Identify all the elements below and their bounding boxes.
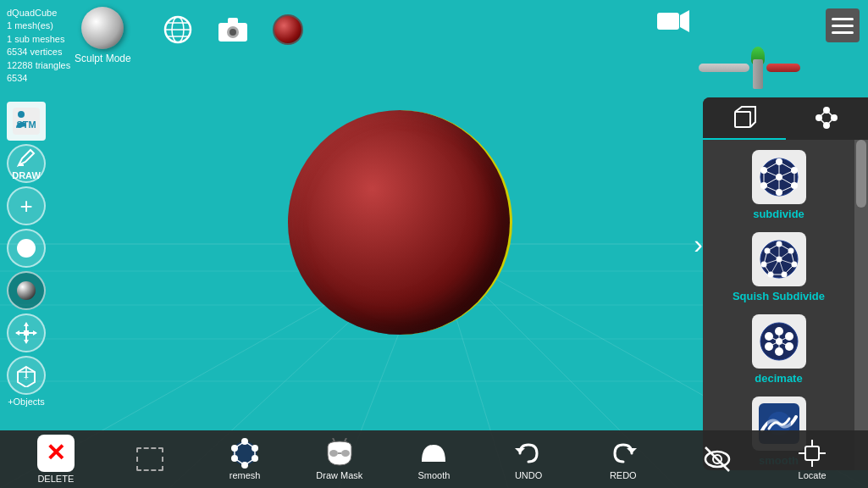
redo-label: REDO bbox=[610, 470, 637, 480]
delete-label: DELETE bbox=[37, 474, 74, 484]
redo-svg-icon bbox=[608, 438, 639, 469]
redo-tool[interactable]: REDO bbox=[594, 438, 653, 480]
bottom-toolbar: ✕ DELETE bbox=[0, 430, 868, 488]
video-camera-icon bbox=[656, 8, 690, 34]
redo-icon bbox=[608, 438, 639, 469]
globe-icon bbox=[163, 14, 193, 45]
svg-marker-32 bbox=[33, 330, 37, 336]
texture-button[interactable] bbox=[7, 271, 46, 310]
material-button[interactable] bbox=[271, 13, 305, 47]
remesh-tool[interactable]: remesh bbox=[215, 438, 274, 480]
panel-scrollbar[interactable] bbox=[854, 140, 868, 470]
draw-icon bbox=[15, 147, 37, 169]
svg-rect-18 bbox=[228, 18, 238, 25]
cube-view-icon bbox=[732, 105, 757, 130]
svg-marker-22 bbox=[680, 10, 689, 32]
squish-subdivide-label: Squish Subdivide bbox=[733, 290, 825, 302]
decimate-label: decimate bbox=[755, 372, 802, 385]
draw-mask-tool[interactable]: Draw Mask bbox=[310, 438, 369, 480]
hide-svg-icon bbox=[702, 444, 733, 474]
delete-button[interactable]: ✕ bbox=[37, 435, 75, 472]
panel-toggle-button[interactable]: › bbox=[694, 229, 703, 260]
hide-icon bbox=[702, 444, 733, 474]
tab-cube-view[interactable] bbox=[703, 97, 786, 140]
svg-line-46 bbox=[827, 118, 834, 125]
texture-icon bbox=[17, 281, 36, 300]
add-button[interactable]: + bbox=[7, 186, 46, 225]
sculpt-sphere-icon bbox=[81, 7, 124, 49]
svg-point-119 bbox=[341, 450, 350, 457]
draw-button[interactable]: DRAW bbox=[7, 144, 46, 183]
tool-rod-red bbox=[766, 64, 800, 72]
menu-line-1 bbox=[832, 18, 854, 20]
decimate-icon-box bbox=[752, 314, 806, 369]
tool-item-subdivide[interactable]: subdivide bbox=[706, 143, 851, 224]
dot-tool-button[interactable] bbox=[7, 229, 46, 268]
svg-point-118 bbox=[329, 450, 338, 457]
svg-rect-128 bbox=[805, 446, 819, 460]
tab-nodes-view[interactable] bbox=[786, 97, 869, 140]
svg-marker-30 bbox=[24, 340, 29, 344]
svg-line-45 bbox=[827, 110, 834, 118]
stm-icon: STM bbox=[9, 104, 43, 138]
pin-body bbox=[753, 59, 763, 89]
subdivide-svg-icon bbox=[757, 155, 801, 199]
panel-content: subdivide bbox=[703, 140, 868, 470]
undo-tool[interactable]: UNDO bbox=[499, 438, 558, 480]
select-icon bbox=[135, 444, 165, 474]
undo-svg-icon bbox=[513, 438, 544, 469]
tool-item-decimate[interactable]: decimate bbox=[706, 308, 851, 388]
svg-point-25 bbox=[18, 111, 25, 118]
subdivide-label: subdivide bbox=[753, 208, 804, 220]
screenshot-button[interactable] bbox=[216, 13, 250, 47]
svg-point-20 bbox=[229, 29, 236, 36]
menu-line-2 bbox=[832, 25, 854, 27]
remesh-icon bbox=[229, 438, 260, 469]
video-camera-button[interactable] bbox=[656, 8, 690, 37]
add-objects-svg: + bbox=[14, 363, 38, 387]
svg-line-44 bbox=[819, 110, 827, 118]
select-box-icon bbox=[136, 447, 163, 471]
globe-button[interactable] bbox=[161, 13, 195, 47]
sculpt-mode-button[interactable]: Sculpt Mode bbox=[75, 7, 131, 64]
tool-item-squish-subdivide[interactable]: Squish Subdivide bbox=[706, 225, 851, 306]
delete-x-icon: ✕ bbox=[46, 441, 65, 465]
add-objects-label: +Objects bbox=[8, 396, 45, 407]
dot-icon bbox=[17, 239, 36, 258]
3d-tool-indicator bbox=[699, 47, 800, 89]
undo-icon bbox=[513, 438, 544, 469]
svg-marker-124 bbox=[627, 448, 637, 453]
panel-tabs bbox=[703, 97, 868, 140]
locate-tool[interactable]: Locate bbox=[782, 438, 842, 480]
material-sphere-icon bbox=[273, 14, 303, 45]
locate-icon bbox=[797, 438, 827, 469]
add-objects-icon: + bbox=[7, 356, 46, 395]
stm-button[interactable]: STM bbox=[7, 102, 46, 141]
select-tool[interactable] bbox=[120, 444, 180, 474]
locate-svg-icon bbox=[797, 438, 827, 469]
menu-button[interactable] bbox=[826, 8, 860, 42]
add-objects-button[interactable]: + +Objects bbox=[7, 356, 46, 407]
smooth-tool[interactable]: Smooth bbox=[404, 438, 463, 480]
3d-sphere bbox=[288, 110, 512, 335]
panel-items-list: subdivide bbox=[703, 140, 854, 470]
top-right-controls bbox=[656, 8, 690, 37]
draw-mask-label: Draw Mask bbox=[316, 470, 362, 480]
locate-label: Locate bbox=[799, 470, 827, 480]
tool-pin bbox=[749, 47, 766, 89]
undo-label: UNDO bbox=[515, 470, 542, 480]
remesh-label: remesh bbox=[229, 470, 261, 480]
svg-line-121 bbox=[333, 438, 334, 441]
hide-tool[interactable] bbox=[688, 444, 747, 474]
move-button[interactable] bbox=[7, 313, 46, 352]
panel-scrollbar-thumb[interactable] bbox=[856, 140, 866, 208]
delete-tool[interactable]: ✕ DELETE bbox=[26, 435, 86, 484]
squish-subdivide-icon-box bbox=[752, 232, 806, 286]
svg-rect-33 bbox=[24, 330, 29, 336]
sculpt-mode-label: Sculpt Mode bbox=[75, 53, 131, 64]
add-icon: + bbox=[19, 193, 32, 219]
right-panel: subdivide bbox=[703, 97, 868, 470]
svg-marker-31 bbox=[15, 330, 19, 336]
svg-line-122 bbox=[345, 438, 346, 441]
remesh-svg-icon bbox=[229, 438, 260, 469]
